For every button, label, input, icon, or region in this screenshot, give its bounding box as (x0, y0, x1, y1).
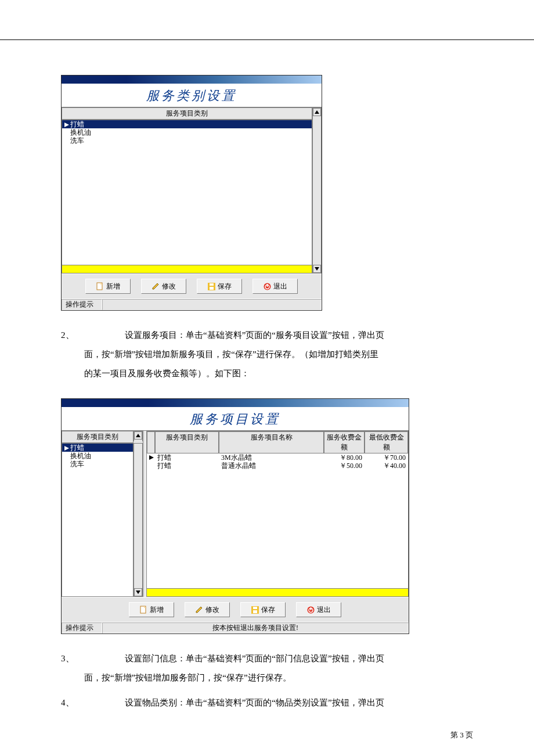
list-item-label: 换机油 (70, 452, 91, 460)
scroll-up-icon[interactable] (313, 108, 321, 116)
grid-header-name[interactable]: 服务项目名称 (219, 431, 324, 453)
button-label: 保存 (218, 282, 232, 291)
svg-marker-1 (315, 110, 319, 114)
status-bar: 操作提示 按本按钮退出服务项目设置! (62, 622, 409, 633)
cell-category: 打蜡 (155, 462, 219, 470)
svg-marker-5 (153, 283, 158, 289)
text-line: 面，按“新增”按钮增加新服务项目，按“保存”进行保存。（如增加打蜡类别里 (84, 350, 378, 359)
button-label: 修改 (205, 605, 219, 615)
toolbar: 新增 修改 保存 退出 (62, 597, 409, 622)
list-item-label: 打蜡 (70, 444, 84, 452)
save-button[interactable]: 保存 (197, 279, 242, 294)
text-line: 的某一项目及服务收费金额等）。如下图： (84, 369, 250, 378)
vertical-scrollbar[interactable] (312, 107, 322, 273)
svg-marker-12 (136, 434, 140, 437)
svg-marker-14 (136, 591, 140, 594)
svg-marker-2 (315, 267, 319, 271)
cell-name: 3M水晶蜡 (219, 453, 324, 462)
grid-header-min[interactable]: 最低收费金额 (365, 431, 408, 453)
list-item[interactable]: 换机油 (62, 128, 312, 136)
list-item-label: 打蜡 (70, 120, 84, 128)
grid-header-category[interactable]: 服务项目类别 (155, 431, 219, 453)
highlight-bar (146, 589, 409, 597)
edit-button[interactable]: 修改 (185, 602, 230, 617)
list-item-label: 洗车 (70, 136, 84, 145)
svg-marker-13 (64, 446, 69, 451)
left-column-header: 服务项目类别 (62, 431, 134, 443)
power-icon (306, 606, 315, 614)
svg-rect-21 (253, 610, 257, 613)
svg-marker-15 (149, 455, 154, 460)
status-message: 按本按钮退出服务项目设置! (102, 622, 409, 633)
page-number: 第 3 页 (61, 730, 473, 740)
list-item[interactable]: 换机油 (62, 452, 133, 460)
vertical-scrollbar[interactable] (134, 443, 143, 597)
status-label: 操作提示 (62, 622, 102, 633)
column-header-category: 服务项目类别 (62, 107, 312, 120)
status-label: 操作提示 (62, 299, 102, 310)
cell-category: 打蜡 (155, 453, 219, 462)
items-grid[interactable]: 服务项目类别 服务项目名称 服务收费金额 最低收费金额 打蜡 3M水晶蜡 ￥80… (146, 431, 409, 589)
svg-rect-20 (253, 607, 257, 609)
list-item[interactable]: 洗车 (62, 136, 312, 145)
table-row[interactable]: 打蜡 3M水晶蜡 ￥80.00 ￥70.00 (147, 453, 408, 462)
grid-header-fee[interactable]: 服务收费金额 (324, 431, 365, 453)
svg-marker-18 (196, 607, 202, 613)
table-row[interactable]: 打蜡 普通水晶蜡 ￥50.00 ￥40.00 (147, 462, 408, 470)
paragraph-4: 4、设置物品类别：单击“基础资料”页面的“物品类别设置”按钮，弹出页 (61, 693, 473, 712)
row-pointer-icon (64, 446, 70, 451)
new-file-icon (96, 282, 104, 290)
status-bar: 操作提示 (62, 298, 322, 310)
floppy-icon (207, 282, 215, 290)
row-pointer-icon (64, 123, 70, 127)
button-label: 退出 (317, 605, 331, 615)
dialog-title: 服务项目设置 (62, 407, 409, 431)
left-category-list[interactable]: 打蜡 换机油 洗车 (62, 443, 134, 597)
list-item[interactable]: 洗车 (62, 460, 133, 468)
power-icon (263, 282, 271, 290)
service-category-dialog: 服务类别设置 服务项目类别 打蜡 换机油 洗车 (61, 75, 322, 311)
grid-header-marker (147, 431, 155, 453)
scroll-down-icon[interactable] (134, 588, 142, 596)
dialog-title: 服务类别设置 (62, 84, 322, 107)
paragraph-2: 2、设置服务项目：单击“基础资料”页面的“服务项目设置”按钮，弹出页 面，按“新… (61, 326, 473, 383)
toolbar: 新增 修改 保存 退出 (62, 273, 322, 298)
status-message (102, 299, 322, 310)
scroll-up-icon[interactable] (134, 431, 142, 440)
list-number: 2、 (61, 326, 125, 345)
cell-min: ￥40.00 (365, 462, 408, 470)
cell-min: ￥70.00 (365, 453, 408, 462)
new-file-icon (139, 606, 147, 614)
vertical-scrollbar[interactable] (134, 431, 143, 441)
exit-button[interactable]: 退出 (252, 279, 298, 294)
list-number: 4、 (61, 693, 125, 712)
category-list[interactable]: 打蜡 换机油 洗车 (62, 120, 312, 265)
paragraph-3: 3、设置部门信息：单击“基础资料”页面的“部门信息设置”按钮，弹出页 面，按“新… (61, 649, 473, 687)
save-button[interactable]: 保存 (240, 602, 286, 617)
text-line: 面，按“新增”按钮增加服务部门，按“保存”进行保存。 (84, 673, 291, 682)
add-button[interactable]: 新增 (129, 602, 174, 617)
list-item[interactable]: 打蜡 (62, 444, 133, 452)
text-line: 设置物品类别：单击“基础资料”页面的“物品类别设置”按钮，弹出页 (125, 698, 384, 707)
pencil-icon (195, 606, 203, 614)
titlebar (62, 75, 322, 84)
text-line: 设置服务项目：单击“基础资料”页面的“服务项目设置”按钮，弹出页 (125, 330, 384, 340)
pencil-icon (151, 282, 160, 290)
button-label: 修改 (162, 282, 176, 291)
button-label: 退出 (273, 282, 287, 291)
list-number: 3、 (61, 649, 125, 668)
edit-button[interactable]: 修改 (141, 279, 186, 294)
row-pointer-icon (147, 453, 155, 462)
text-line: 设置部门信息：单击“基础资料”页面的“部门信息设置”按钮，弹出页 (125, 654, 384, 663)
list-item[interactable]: 打蜡 (62, 120, 312, 128)
button-label: 保存 (261, 605, 275, 615)
cell-fee: ￥50.00 (324, 462, 365, 470)
add-button[interactable]: 新增 (85, 279, 131, 294)
svg-rect-8 (210, 287, 214, 290)
highlight-bar (62, 265, 312, 273)
exit-button[interactable]: 退出 (296, 602, 341, 617)
scroll-down-icon[interactable] (313, 265, 321, 273)
list-item-label: 洗车 (70, 460, 84, 468)
titlebar (62, 399, 409, 407)
svg-rect-7 (210, 283, 214, 286)
